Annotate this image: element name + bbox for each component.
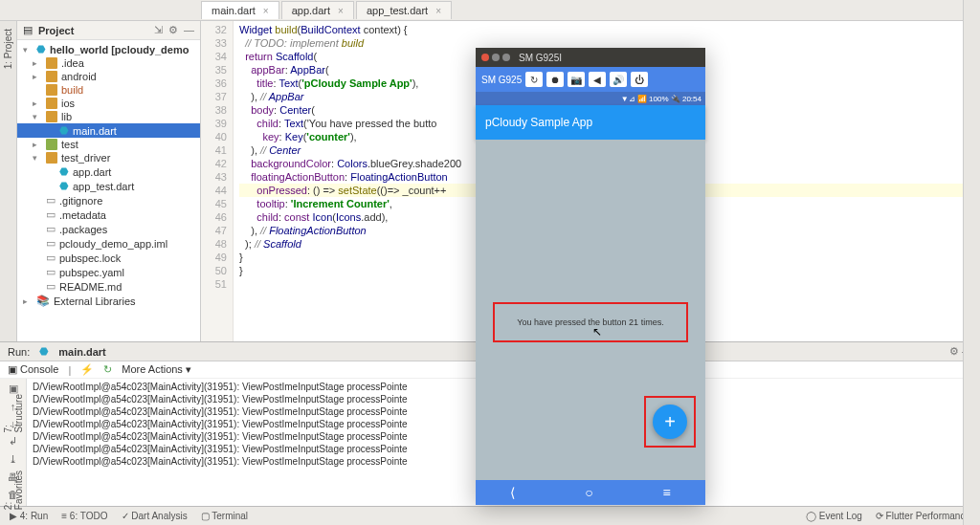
rotate-icon[interactable]: ↻: [525, 72, 543, 87]
volume-icon[interactable]: 🔊: [610, 72, 627, 87]
device-name-label: SM G925: [481, 75, 522, 85]
tool-event-log[interactable]: ◯ Event Log: [806, 511, 862, 521]
editor-tab-strip: main.dart× app.dart× app_test.dart×: [0, 0, 980, 21]
tool-terminal[interactable]: ▢ Terminal: [201, 511, 248, 521]
nav-back-icon[interactable]: ⟨: [510, 485, 515, 500]
device-screencast-window: SM G925I SM G925 ↻ ⏺ 📷 ◀ 🔊 ⏻ ▼⊿ 📶 100% 🔌…: [476, 48, 705, 505]
tab-main-dart[interactable]: main.dart×: [201, 1, 279, 19]
nav-home-icon[interactable]: ○: [585, 485, 592, 500]
close-icon[interactable]: ×: [338, 6, 344, 16]
tree-node[interactable]: ▭ README.md: [17, 279, 200, 294]
gear-icon[interactable]: ⚙: [168, 24, 178, 36]
tree-node[interactable]: ▸📚 External Libraries: [17, 294, 200, 308]
tree-node[interactable]: ⬣ app_test.dart: [17, 179, 200, 193]
line-number-gutter: 3233343536373839404142434445464748495051: [201, 21, 234, 341]
android-status-bar: ▼⊿ 📶 100% 🔌 20:54: [476, 92, 705, 105]
tab-app-dart[interactable]: app.dart×: [281, 1, 354, 19]
counter-text: You have pressed the button 21 times.: [517, 317, 663, 327]
collapse-icon[interactable]: ⇲: [154, 24, 163, 36]
tree-node[interactable]: ▭ .packages: [17, 222, 200, 236]
scroll-icon[interactable]: ⤓: [9, 453, 17, 466]
tool-stripe-right: [963, 0, 980, 525]
tree-node[interactable]: ▭ pubspec.yaml: [17, 265, 200, 279]
tool-flutter-performance[interactable]: ⟳ Flutter Performance: [876, 511, 970, 521]
tree-node[interactable]: ▭ .metadata: [17, 208, 200, 222]
wrap-icon[interactable]: ↲: [9, 435, 17, 448]
tool-stripe-left: 1: Project 7: Structure 2: Favorites: [0, 21, 17, 341]
project-tool-window: ▤ Project ⇲ ⚙ — ▾⬣ hello_world [pcloudy_…: [17, 21, 201, 341]
more-actions-dropdown[interactable]: More Actions ▾: [122, 363, 191, 376]
status-bar: ▶ 4: Run ≡ 6: TODO ✓ Dart Analysis ▢ Ter…: [0, 506, 980, 525]
tool-run[interactable]: ▶ 4: Run: [10, 511, 48, 521]
hot-reload-icon[interactable]: ⚡: [80, 363, 94, 376]
device-window-title: SM G925I: [519, 53, 562, 63]
close-icon[interactable]: ×: [263, 6, 269, 16]
tree-node[interactable]: ▭ pcloudy_demo_app.iml: [17, 236, 200, 251]
console-tab[interactable]: ▣ Console: [8, 363, 58, 376]
panel-dropdown-icon[interactable]: ▤: [23, 24, 33, 36]
back-icon[interactable]: ◀: [589, 72, 606, 87]
tree-node[interactable]: ▾ test_driver: [17, 151, 200, 164]
close-icon[interactable]: ×: [435, 6, 441, 16]
android-nav-bar: ⟨ ○ ≡: [476, 480, 705, 505]
power-icon[interactable]: ⏻: [631, 72, 648, 87]
app-body[interactable]: You have pressed the button 21 times. ↖ …: [476, 140, 705, 480]
device-window-titlebar[interactable]: SM G925I: [476, 48, 705, 67]
project-panel-title: Project: [38, 25, 74, 36]
tree-root[interactable]: ▾⬣ hello_world [pcloudy_demo: [17, 42, 200, 56]
app-bar: pCloudy Sample App: [476, 105, 705, 140]
tab-app-test-dart[interactable]: app_test.dart×: [356, 1, 452, 19]
run-target: main.dart: [58, 346, 106, 358]
restart-icon[interactable]: ↻: [103, 363, 112, 376]
tree-node[interactable]: ▸ .idea: [17, 56, 200, 70]
camera-icon[interactable]: 📷: [568, 72, 585, 87]
tree-node[interactable]: ⬣ main.dart: [17, 123, 200, 138]
tree-node[interactable]: ▾ lib: [17, 110, 200, 123]
tool-button-structure[interactable]: 7: Structure: [3, 394, 24, 433]
tool-todo[interactable]: ≡ 6: TODO: [61, 511, 107, 521]
hide-icon[interactable]: —: [184, 24, 194, 36]
tree-node[interactable]: ▸ android: [17, 70, 200, 83]
tree-node[interactable]: ▸ ios: [17, 97, 200, 110]
tree-node[interactable]: build: [17, 83, 200, 97]
tree-node[interactable]: ▭ pubspec.lock: [17, 251, 200, 265]
tree-node[interactable]: ▭ .gitignore: [17, 193, 200, 208]
run-label: Run:: [8, 346, 30, 358]
tree-node[interactable]: ⬣ app.dart: [17, 164, 200, 179]
tool-button-favorites[interactable]: 2: Favorites: [3, 470, 24, 510]
project-tree[interactable]: ▾⬣ hello_world [pcloudy_demo ▸ .idea▸ an…: [17, 40, 200, 341]
tree-node[interactable]: ▸ test: [17, 138, 200, 151]
device-toolbar: SM G925 ↻ ⏺ 📷 ◀ 🔊 ⏻: [476, 67, 705, 92]
nav-recents-icon[interactable]: ≡: [662, 485, 670, 500]
counter-text-highlight: You have pressed the button 21 times.: [493, 302, 688, 342]
cursor-icon: ↖: [592, 325, 602, 339]
tool-button-project[interactable]: 1: Project: [3, 29, 13, 69]
fab-highlight: +: [644, 396, 696, 448]
tool-dart-analysis[interactable]: ✓ Dart Analysis: [122, 511, 188, 521]
record-icon[interactable]: ⏺: [546, 72, 564, 87]
floating-action-button[interactable]: +: [653, 405, 687, 439]
